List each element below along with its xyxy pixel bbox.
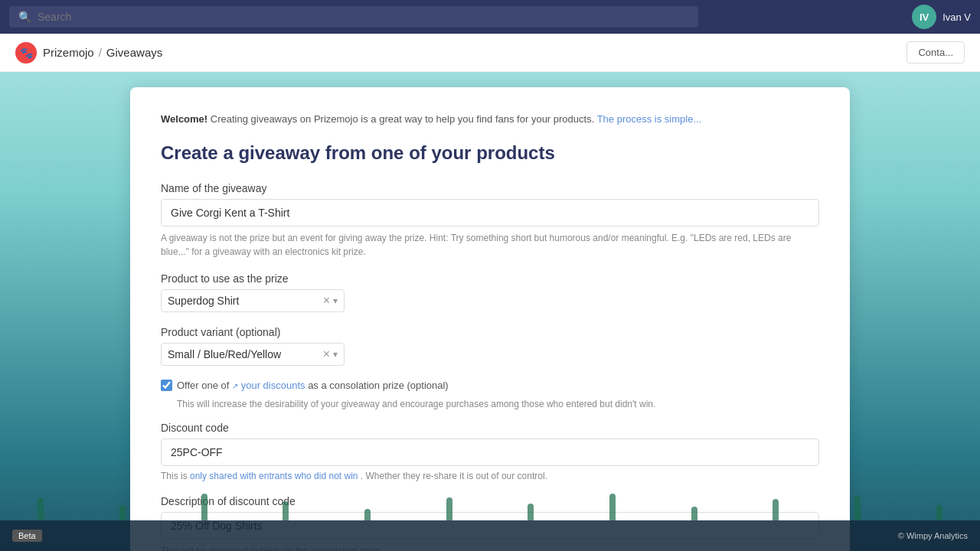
- product-label: Product to use as the prize: [161, 272, 819, 285]
- offer-discount-suffix: as a consolation prize (optional): [308, 380, 449, 391]
- user-name: Ivan V: [942, 11, 971, 23]
- variant-group: Product variant (optional) Small / Blue/…: [161, 326, 819, 366]
- avatar: IV: [912, 5, 936, 29]
- breadcrumb-separator: /: [99, 46, 102, 59]
- variant-label: Product variant (optional): [161, 326, 819, 338]
- contact-button[interactable]: Conta...: [906, 41, 965, 64]
- name-label: Name of the giveaway: [161, 182, 819, 194]
- variant-clear-icon[interactable]: ×: [323, 348, 330, 360]
- breadcrumb-current: Giveaways: [106, 46, 162, 59]
- variant-select-value: Small / Blue/Red/Yellow: [168, 348, 323, 360]
- name-hint: A giveaway is not the prize but an event…: [161, 231, 819, 259]
- product-select-value: Superdog Shirt: [168, 295, 323, 307]
- discount-note-prefix: This is: [161, 471, 190, 481]
- copyright-text: © Wimpy Analytics: [898, 531, 968, 540]
- top-nav: 🔍 IV Ivan V: [0, 0, 980, 34]
- discount-code-input[interactable]: [161, 439, 819, 466]
- name-input[interactable]: [161, 199, 819, 227]
- discount-code-label: Discount code: [161, 422, 819, 434]
- bottom-bar: Beta © Wimpy Analytics: [0, 520, 980, 551]
- beta-badge: Beta: [12, 530, 42, 542]
- variant-dropdown-icon[interactable]: ▾: [333, 349, 338, 360]
- breadcrumb-home[interactable]: Prizemojo: [43, 46, 94, 59]
- product-dropdown-icon[interactable]: ▾: [333, 295, 338, 306]
- welcome-message: Welcome! Creating giveaways on Prizemojo…: [161, 112, 819, 127]
- main-content: Welcome! Creating giveaways on Prizemojo…: [0, 72, 980, 551]
- user-info: IV Ivan V: [912, 5, 971, 29]
- welcome-bold: Welcome!: [161, 113, 207, 125]
- discount-desc-label: Description of discount code: [161, 495, 819, 507]
- page-title: Create a giveaway from one of your produ…: [161, 142, 819, 164]
- variant-select[interactable]: Small / Blue/Red/Yellow × ▾: [161, 343, 345, 366]
- offer-discount-label[interactable]: Offer one of ↗ your discounts as a conso…: [177, 380, 449, 391]
- search-input[interactable]: [38, 11, 689, 23]
- product-clear-icon[interactable]: ×: [323, 295, 330, 307]
- discount-note-shared: only shared with entrants who did not wi…: [190, 471, 358, 481]
- consolation-hint: This will increase the desirability of y…: [177, 397, 819, 411]
- search-box[interactable]: 🔍: [9, 6, 698, 28]
- form-card: Welcome! Creating giveaways on Prizemojo…: [130, 87, 850, 551]
- product-select[interactable]: Superdog Shirt × ▾: [161, 289, 345, 312]
- app-logo: 🐾: [15, 42, 37, 64]
- offer-discount-row: Offer one of ↗ your discounts as a conso…: [161, 380, 819, 391]
- name-group: Name of the giveaway A giveaway is not t…: [161, 182, 819, 259]
- discounts-link[interactable]: ↗ your discounts: [232, 380, 305, 391]
- discount-code-group: Discount code This is only shared with e…: [161, 422, 819, 481]
- welcome-main-text: Creating giveaways on Prizemojo is a gre…: [211, 113, 594, 125]
- discount-note-suffix: . Whether they re-share it is out of our…: [361, 471, 547, 481]
- breadcrumb-bar: 🐾 Prizemojo / Giveaways Conta...: [0, 34, 980, 72]
- product-group: Product to use as the prize Superdog Shi…: [161, 272, 819, 312]
- offer-discount-prefix: Offer one of: [177, 380, 229, 391]
- offer-discount-checkbox[interactable]: [161, 380, 172, 391]
- search-icon: 🔍: [18, 11, 31, 23]
- discount-note: This is only shared with entrants who di…: [161, 471, 819, 481]
- process-link[interactable]: The process is simple...: [597, 113, 702, 125]
- breadcrumb: Prizemojo / Giveaways: [43, 46, 162, 59]
